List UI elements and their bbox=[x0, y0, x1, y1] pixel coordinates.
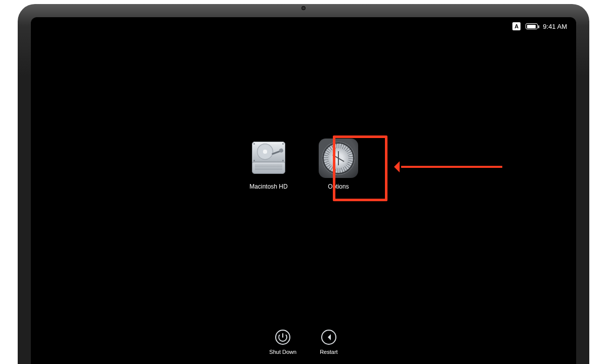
camera-dot bbox=[301, 6, 306, 10]
shutdown-button[interactable]: Shut Down bbox=[269, 330, 296, 355]
boot-item-label: Macintosh HD bbox=[249, 183, 287, 190]
annotation-arrow bbox=[401, 166, 502, 168]
boot-item-label: Options bbox=[328, 183, 349, 190]
laptop-frame: A 9:41 AM Macintosh HD bbox=[0, 0, 607, 364]
battery-icon bbox=[526, 23, 538, 29]
power-controls: Shut Down Restart bbox=[31, 330, 576, 355]
boot-screen: A 9:41 AM Macintosh HD bbox=[31, 17, 576, 364]
boot-item-macintosh-hd[interactable]: Macintosh HD bbox=[249, 139, 288, 190]
boot-items-row: Macintosh HD Options bbox=[31, 139, 576, 190]
hard-drive-icon bbox=[249, 139, 288, 178]
power-icon bbox=[275, 330, 290, 345]
input-source-indicator[interactable]: A bbox=[512, 22, 521, 30]
restart-icon bbox=[321, 330, 336, 345]
shutdown-label: Shut Down bbox=[269, 349, 296, 355]
laptop-bezel: A 9:41 AM Macintosh HD bbox=[18, 4, 589, 364]
status-bar: A 9:41 AM bbox=[512, 22, 567, 30]
clock: 9:41 AM bbox=[543, 23, 567, 30]
gear-icon bbox=[319, 139, 358, 178]
restart-label: Restart bbox=[320, 349, 337, 355]
restart-button[interactable]: Restart bbox=[320, 330, 337, 355]
boot-item-options[interactable]: Options bbox=[319, 139, 358, 190]
